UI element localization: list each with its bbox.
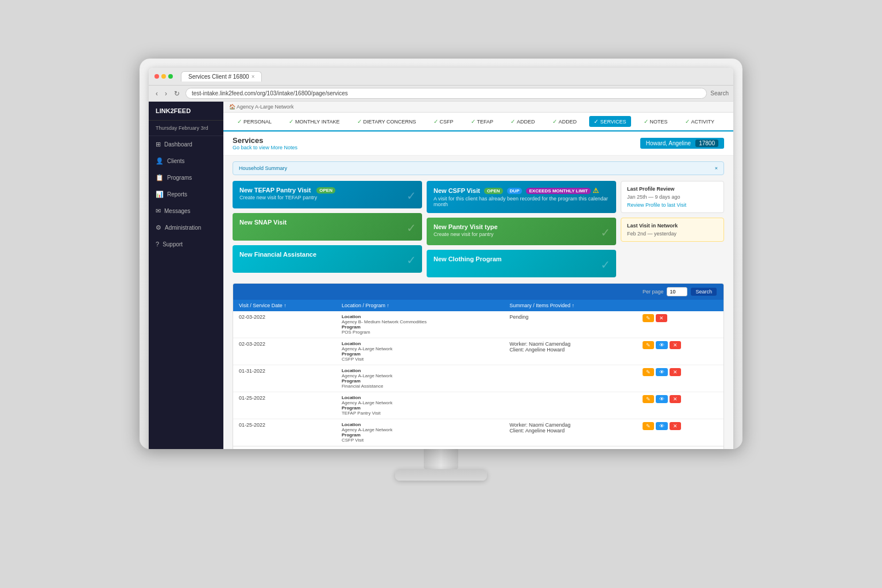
refresh-button[interactable]: ↻ (172, 88, 182, 99)
dot-yellow[interactable] (161, 74, 166, 79)
back-link[interactable]: Go back to view More Notes (233, 145, 297, 150)
view-button[interactable]: 👁 (656, 395, 668, 403)
sidebar-item-label: Support (163, 241, 183, 247)
clothing-card[interactable]: New Clothing Program ✓ (427, 250, 616, 277)
browser-tab[interactable]: Services Client # 16800 × (181, 71, 262, 82)
sidebar-item-clients[interactable]: 👤 Clients (149, 153, 223, 169)
sidebar-item-reports[interactable]: 📊 Reports (149, 186, 223, 203)
client-badge: Howard, Angeline 17800 (640, 138, 724, 149)
row-summary (504, 365, 636, 392)
snap-card[interactable]: New SNAP Visit ✓ (233, 213, 422, 241)
financial-card[interactable]: New Financial Assistance ✓ (233, 245, 422, 273)
sidebar-item-label: Reports (167, 191, 187, 198)
tab-csfp[interactable]: ✓ CSFP (429, 116, 458, 127)
tab-dietary[interactable]: ✓ DIETARY CONCERNS (353, 116, 421, 127)
forward-button[interactable]: › (163, 88, 169, 99)
back-button[interactable]: ‹ (153, 88, 160, 99)
monitor-bezel: Services Client # 16800 × ‹ › ↻ Search (140, 59, 742, 449)
sidebar-item-messages[interactable]: ✉ Messages (149, 203, 223, 219)
delete-button[interactable]: ✕ (670, 395, 681, 403)
check-icon: ✓ (471, 118, 475, 125)
tab-added2[interactable]: ✓ ADDED (548, 116, 582, 127)
pantry-card-sub: Create new visit for pantry (434, 231, 609, 237)
browser-actions: Search (710, 90, 729, 96)
sidebar-item-programs[interactable]: 📋 Programs (149, 169, 223, 186)
sidebar-item-support[interactable]: ? Support (149, 236, 223, 252)
dot-red[interactable] (154, 74, 159, 79)
tab-close-icon[interactable]: × (252, 74, 255, 80)
check-icon: ✓ (644, 118, 648, 125)
sidebar-item-label: Administration (165, 225, 201, 231)
delete-button[interactable]: ✕ (670, 368, 681, 376)
delete-button[interactable]: ✕ (656, 314, 667, 322)
browser-window: Services Client # 16800 × ‹ › ↻ Search (149, 68, 733, 449)
table-row: 02-03-2022 Location Agency B- Medium Net… (233, 311, 724, 338)
sidebar-nav: ⊞ Dashboard 👤 Clients 📋 Programs (149, 136, 223, 449)
monitor-stand (395, 449, 487, 483)
row-summary: Worker: Naomi Camendag Client: Angeline … (504, 338, 636, 365)
view-button[interactable]: 👁 (656, 368, 668, 376)
view-button[interactable]: 👁 (656, 341, 668, 349)
tab-services[interactable]: ✓ SERVICES (589, 116, 630, 127)
tab-monthly[interactable]: ✓ MONTHLY INTAKE (284, 116, 345, 127)
household-banner: Household Summary × (233, 161, 724, 175)
browser-dots (154, 74, 173, 79)
tab-activity[interactable]: ✓ ACTIVITY (680, 116, 719, 127)
address-input[interactable] (185, 88, 707, 99)
sidebar-item-label: Programs (167, 175, 192, 181)
last-visit-date: Feb 2nd — yesterday (627, 231, 718, 237)
row-summary: Worker: Naomi Camendag Client: Angeline … (504, 419, 636, 446)
dot-green[interactable] (168, 74, 173, 79)
messages-icon: ✉ (156, 207, 161, 215)
check-icon: ✓ (685, 118, 690, 125)
edit-button[interactable]: ✎ (643, 341, 654, 349)
sidebar-item-administration[interactable]: ⚙ Administration (149, 219, 223, 236)
row-summary: Pending (504, 311, 636, 338)
tefap-card[interactable]: New TEFAP Pantry Visit OPEN Create new v… (233, 181, 422, 208)
pantry-card-title: New Pantry Visit type (434, 223, 498, 230)
per-page-label: Per page (643, 289, 664, 295)
profile-review-link[interactable]: Review Profile to last Visit (627, 202, 718, 208)
monitor-screen: Services Client # 16800 × ‹ › ↻ Search (140, 59, 742, 449)
table-section: Per page Search Visit / Serv (233, 283, 724, 449)
household-close-icon[interactable]: × (715, 165, 718, 171)
search-button[interactable]: Search (691, 288, 717, 296)
row-actions: ✎ ✕ (637, 311, 724, 338)
pantry-card[interactable]: New Pantry Visit type Create new visit f… (427, 218, 616, 245)
tab-label: ACTIVITY (691, 119, 715, 125)
tab-label: TEFAP (477, 119, 494, 125)
tab-notes[interactable]: ✓ NOTES (639, 116, 672, 127)
tab-label: CSFP (440, 119, 454, 125)
monitor-wrapper: Services Client # 16800 × ‹ › ↻ Search (125, 59, 757, 529)
profile-review-date: Jan 25th — 9 days ago (627, 194, 718, 200)
sidebar-item-dashboard[interactable]: ⊞ Dashboard (149, 136, 223, 153)
col-location: Location / Program ↑ (336, 300, 504, 311)
tab-tefap[interactable]: ✓ TEFAP (466, 116, 498, 127)
profile-review-title: Last Profile Review (627, 186, 718, 192)
col-actions (637, 300, 724, 311)
browser-chrome: Services Client # 16800 × (149, 68, 733, 86)
row-date: 01-31-2022 (233, 365, 336, 392)
view-button[interactable]: 👁 (656, 422, 668, 430)
csfp-card[interactable]: New CSFP Visit OPEN DUP EXCEEDS MONTHLY … (427, 181, 616, 213)
pantry-check-icon: ✓ (601, 226, 610, 239)
table-header-bar: Per page Search (233, 284, 724, 300)
edit-button[interactable]: ✎ (643, 368, 654, 376)
edit-button[interactable]: ✎ (643, 422, 654, 430)
check-icon: ✓ (237, 118, 242, 125)
edit-button[interactable]: ✎ (643, 395, 654, 403)
top-nav: ✓ PERSONAL ✓ MONTHLY INTAKE ✓ DIETARY CO… (223, 113, 733, 131)
sidebar-item-label: Clients (167, 158, 185, 164)
delete-button[interactable]: ✕ (670, 422, 681, 430)
tab-personal[interactable]: ✓ PERSONAL (233, 116, 276, 127)
services-table: Visit / Service Date ↑ Location / Progra… (233, 300, 724, 446)
tab-added1[interactable]: ✓ ADDED (506, 116, 540, 127)
per-page-input[interactable] (667, 287, 687, 296)
check-icon: ✓ (357, 118, 362, 125)
delete-button[interactable]: ✕ (670, 341, 681, 349)
row-actions: ✎ 👁 ✕ (637, 338, 724, 365)
tefap-check-icon: ✓ (407, 189, 416, 203)
programs-icon: 📋 (156, 174, 164, 181)
household-label: Household Summary (239, 165, 287, 171)
edit-button[interactable]: ✎ (643, 314, 654, 322)
